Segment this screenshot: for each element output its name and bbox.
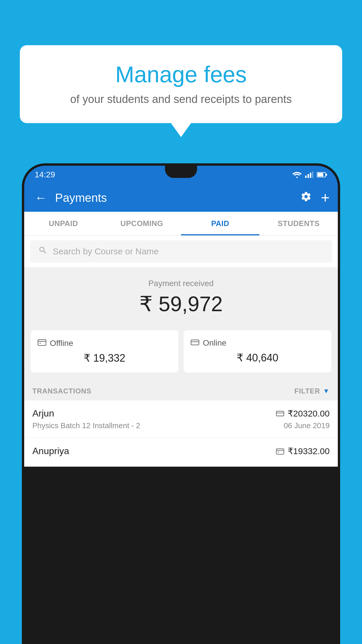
transaction-amount-row: ₹20320.00	[276, 408, 330, 419]
transaction-amount: ₹20320.00	[288, 408, 330, 419]
phone-inner: 14:29	[24, 166, 338, 644]
bubble-title: Manage fees	[37, 61, 325, 88]
search-icon	[38, 246, 48, 257]
filter-label: FILTER	[294, 387, 320, 395]
online-payment-type-icon	[276, 410, 284, 417]
status-icons	[292, 172, 327, 178]
online-card-amount: ₹ 40,640	[191, 352, 324, 364]
svg-rect-13	[276, 411, 284, 416]
offline-card-top: Offline	[38, 338, 171, 348]
online-payment-card: Online ₹ 40,640	[184, 330, 331, 372]
signal-icon	[305, 172, 313, 178]
tabs-container: UNPAID UPCOMING PAID STUDENTS	[24, 212, 338, 236]
offline-card-label: Offline	[50, 339, 73, 348]
top-icons: +	[301, 189, 330, 206]
speech-bubble: Manage fees of your students and send re…	[20, 45, 342, 123]
tab-paid[interactable]: PAID	[181, 212, 259, 235]
add-icon-button[interactable]: +	[321, 189, 330, 206]
payment-section: Payment received ₹ 59,972	[24, 267, 338, 325]
top-bar: ← Payments +	[24, 184, 338, 212]
payment-label: Payment received	[32, 279, 330, 288]
svg-rect-6	[317, 173, 323, 176]
back-button[interactable]: ←	[32, 188, 49, 207]
transaction-name: Anupriya	[32, 446, 69, 456]
transaction-item: Arjun ₹20320.00 Physics Batch 12 Install…	[24, 400, 338, 438]
payment-total-amount: ₹ 59,972	[32, 292, 330, 316]
bubble-subtitle: of your students and send receipts to pa…	[37, 93, 325, 106]
offline-payment-type-icon	[276, 448, 284, 455]
transaction-course: Physics Batch 12 Installment - 2	[32, 421, 140, 430]
svg-rect-2	[307, 174, 309, 178]
status-time: 14:29	[35, 170, 55, 179]
payment-cards-row: Offline ₹ 19,332 Online ₹ 4	[24, 325, 338, 381]
transaction-row-top: Anupriya ₹19332.00	[32, 446, 330, 456]
svg-point-0	[296, 177, 298, 178]
online-payment-icon	[191, 338, 199, 348]
tab-upcoming[interactable]: UPCOMING	[103, 212, 181, 235]
transaction-date: 06 June 2019	[284, 421, 330, 430]
app-content: Search by Course or Name Payment receive…	[24, 236, 338, 467]
online-card-label: Online	[203, 338, 226, 348]
transaction-row-top: Arjun ₹20320.00	[32, 408, 330, 419]
filter-icon: ▼	[323, 387, 330, 395]
transaction-details: Physics Batch 12 Installment - 2 06 June…	[32, 421, 330, 430]
search-bar-container: Search by Course or Name	[24, 236, 338, 267]
filter-button[interactable]: FILTER ▼	[294, 387, 330, 395]
tab-unpaid[interactable]: UNPAID	[24, 212, 103, 235]
wifi-icon	[292, 172, 302, 178]
offline-payment-icon	[38, 338, 46, 348]
transaction-amount: ₹19332.00	[288, 446, 330, 456]
svg-rect-1	[305, 176, 307, 178]
settings-icon-button[interactable]	[301, 191, 312, 205]
transactions-section-label: TRANSACTIONS	[32, 387, 92, 395]
transaction-amount-row: ₹19332.00	[276, 446, 330, 456]
svg-rect-7	[326, 174, 327, 176]
svg-rect-3	[310, 173, 311, 178]
search-placeholder: Search by Course or Name	[53, 246, 159, 256]
tab-students[interactable]: STUDENTS	[259, 212, 338, 235]
speech-bubble-container: Manage fees of your students and send re…	[20, 45, 342, 123]
page-title: Payments	[55, 191, 295, 204]
notch	[165, 166, 197, 178]
transactions-header: TRANSACTIONS FILTER ▼	[24, 381, 338, 400]
svg-rect-11	[191, 340, 199, 345]
phone-frame: 14:29	[22, 163, 340, 644]
transaction-name: Arjun	[32, 408, 54, 419]
battery-icon	[317, 172, 327, 178]
offline-payment-card: Offline ₹ 19,332	[31, 330, 178, 372]
search-bar[interactable]: Search by Course or Name	[30, 240, 332, 262]
svg-rect-4	[312, 172, 313, 178]
status-bar: 14:29	[24, 166, 338, 184]
offline-card-amount: ₹ 19,332	[38, 352, 171, 364]
svg-rect-15	[276, 449, 284, 454]
online-card-top: Online	[191, 338, 324, 348]
svg-rect-8	[38, 340, 46, 345]
transaction-item: Anupriya ₹19332.00	[24, 438, 338, 467]
